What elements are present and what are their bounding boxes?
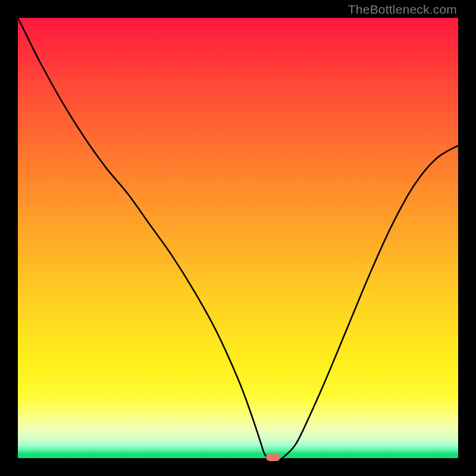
plot-area xyxy=(18,18,458,458)
watermark-text: TheBottleneck.com xyxy=(348,2,457,17)
chart-frame: TheBottleneck.com xyxy=(0,0,476,476)
minimum-marker xyxy=(266,453,280,461)
curve-path xyxy=(18,18,458,459)
bottleneck-curve xyxy=(18,18,458,458)
